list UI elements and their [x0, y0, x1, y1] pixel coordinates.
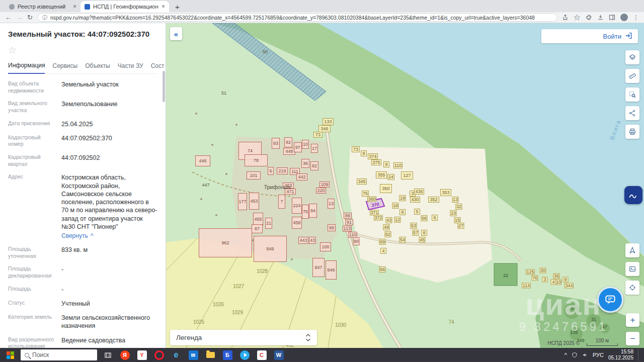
- map-parcel-label[interactable]: 224: [292, 198, 302, 214]
- word-button[interactable]: W: [271, 348, 287, 362]
- map-parcel-label[interactable]: 18: [392, 203, 399, 209]
- map-parcel-label[interactable]: 43: [386, 217, 392, 223]
- map-parcel-label[interactable]: 1030: [335, 323, 346, 328]
- chat-button[interactable]: [597, 287, 623, 313]
- map-parcel-label[interactable]: 113: [343, 226, 352, 232]
- map-parcel-label[interactable]: 50: [263, 50, 268, 54]
- map-parcel-label[interactable]: 1028: [257, 269, 268, 274]
- map-parcel-label[interactable]: 1026: [213, 302, 224, 307]
- map-parcel-label[interactable]: 66: [379, 266, 386, 273]
- favorite-star-icon[interactable]: ☆: [8, 44, 157, 56]
- tab-parts[interactable]: Части ЗУ: [118, 59, 143, 73]
- map-parcel-label[interactable]: 100: [320, 242, 331, 251]
- map-parcel-label[interactable]: 350: [380, 184, 392, 193]
- map-parcel-label[interactable]: 220: [316, 188, 326, 194]
- map-parcel-label[interactable]: 73: [352, 146, 360, 152]
- map-parcel-label[interactable]: 352: [428, 197, 439, 203]
- map-parcel-label[interactable]: 3: [542, 277, 548, 283]
- map-parcel-label[interactable]: 99: [328, 224, 336, 231]
- tab1-close-icon[interactable]: ×: [73, 3, 76, 10]
- map-parcel-label[interactable]: 110: [393, 162, 403, 168]
- map-parcel-label[interactable]: 346: [318, 125, 331, 132]
- map-parcel-label[interactable]: 8: [421, 230, 427, 236]
- map-parcel-label[interactable]: 962: [199, 228, 252, 257]
- print-button[interactable]: [625, 125, 639, 139]
- map-parcel-label[interactable]: 24: [387, 174, 394, 180]
- map-parcel-label[interactable]: 370: [371, 202, 379, 208]
- map-parcel-label[interactable]: 355: [376, 171, 387, 178]
- map-parcel-label[interactable]: 89: [344, 213, 352, 219]
- map-parcel-label[interactable]: 12: [394, 217, 401, 223]
- map-parcel-label[interactable]: 453: [249, 193, 259, 210]
- panel-scrollbar[interactable]: [163, 71, 165, 102]
- back-icon[interactable]: ←: [5, 14, 12, 21]
- map-parcel-label[interactable]: 219: [277, 167, 288, 174]
- shield-icon[interactable]: [572, 352, 578, 358]
- map-parcel-label[interactable]: 1025: [193, 320, 204, 325]
- collapse-address-link[interactable]: Свернуть^: [61, 232, 93, 239]
- download-icon[interactable]: [597, 14, 604, 21]
- map-parcel-label[interactable]: 375: [371, 159, 381, 165]
- forward-icon[interactable]: →: [16, 14, 23, 21]
- map-parcel-label[interactable]: 87: [252, 224, 263, 233]
- tab2-close-icon[interactable]: ×: [162, 3, 165, 10]
- telegram-button[interactable]: [236, 348, 253, 362]
- volume-icon[interactable]: [582, 352, 588, 358]
- login-button[interactable]: Войти: [541, 29, 638, 43]
- map-parcel-label[interactable]: 447: [202, 183, 209, 188]
- map-parcel-label[interactable]: 47: [602, 325, 607, 329]
- map-parcel-label[interactable]: 133: [323, 118, 334, 125]
- map-parcel-label[interactable]: 344: [565, 283, 574, 289]
- tab-information[interactable]: Информация: [8, 59, 45, 74]
- layers-button[interactable]: [625, 50, 639, 64]
- language-indicator[interactable]: РУС: [593, 352, 604, 358]
- opera-button[interactable]: [151, 348, 167, 362]
- map-parcel-label[interactable]: 10: [555, 280, 561, 285]
- map-parcel-label[interactable]: 353: [440, 189, 451, 196]
- map-parcel-label[interactable]: 443: [298, 237, 308, 244]
- tray-expand-icon[interactable]: ^: [565, 352, 567, 358]
- map-parcel-label[interactable]: 21: [265, 218, 272, 229]
- map-parcel-label[interactable]: 135: [570, 330, 578, 335]
- mail-button[interactable]: ✉: [185, 348, 201, 362]
- browser-tab-2[interactable]: НСПД | Геоинформационный п ×: [80, 1, 169, 12]
- map-parcel-label[interactable]: 94: [309, 204, 317, 218]
- basemap-button[interactable]: [625, 262, 639, 276]
- new-tab-button[interactable]: +: [173, 2, 182, 12]
- map-parcel-label[interactable]: 22: [503, 274, 508, 278]
- map-parcel-label[interactable]: 374: [368, 153, 378, 159]
- map-parcel-label[interactable]: 847: [312, 258, 325, 277]
- map-parcel-label[interactable]: 69: [379, 239, 386, 245]
- map-parcel-label[interactable]: 436: [414, 189, 424, 195]
- map-parcel-label[interactable]: 1029: [232, 310, 243, 315]
- browser-menu-icon[interactable]: ⋮: [633, 14, 639, 21]
- map-canvas[interactable]: 5051447133346739628499392448971017747844…: [166, 23, 644, 348]
- map-parcel-label[interactable]: 846: [326, 260, 337, 280]
- explorer-button[interactable]: [202, 348, 218, 362]
- draw-tool-button[interactable]: [624, 186, 642, 204]
- map-parcel-label[interactable]: 57: [413, 230, 419, 236]
- consultant-button[interactable]: C: [254, 348, 270, 362]
- map-parcel-label[interactable]: 4: [380, 248, 386, 254]
- measure-button[interactable]: [625, 69, 639, 83]
- map-parcel-label[interactable]: 53: [411, 223, 417, 229]
- map-parcel-label[interactable]: 1027: [233, 284, 244, 289]
- map-parcel-label[interactable]: 114: [522, 283, 531, 289]
- reload-icon[interactable]: ↻: [27, 14, 33, 21]
- share-map-button[interactable]: [625, 106, 639, 120]
- map-parcel-label[interactable]: 9: [563, 277, 569, 283]
- map-parcel-label[interactable]: 31: [591, 317, 596, 322]
- map-parcel-label[interactable]: 6: [432, 215, 438, 221]
- map-parcel-label[interactable]: 849: [254, 236, 287, 262]
- map-parcel-label[interactable]: 13: [328, 199, 335, 209]
- map-parcel-label[interactable]: 3: [571, 306, 573, 311]
- taskbar-search-input[interactable]: Поиск: [21, 349, 97, 360]
- search-area-button[interactable]: [625, 87, 639, 102]
- map-parcel-label[interactable]: 36: [553, 274, 560, 279]
- map-parcel-label[interactable]: 458: [292, 217, 302, 229]
- browser-tab-1[interactable]: Реестр извещений ×: [5, 1, 80, 12]
- map-parcel-label[interactable]: 19: [399, 195, 406, 201]
- map-parcel-label[interactable]: 51: [221, 91, 226, 96]
- map-parcel-label[interactable]: 49: [383, 224, 390, 230]
- map-parcel-label[interactable]: 9: [383, 161, 389, 167]
